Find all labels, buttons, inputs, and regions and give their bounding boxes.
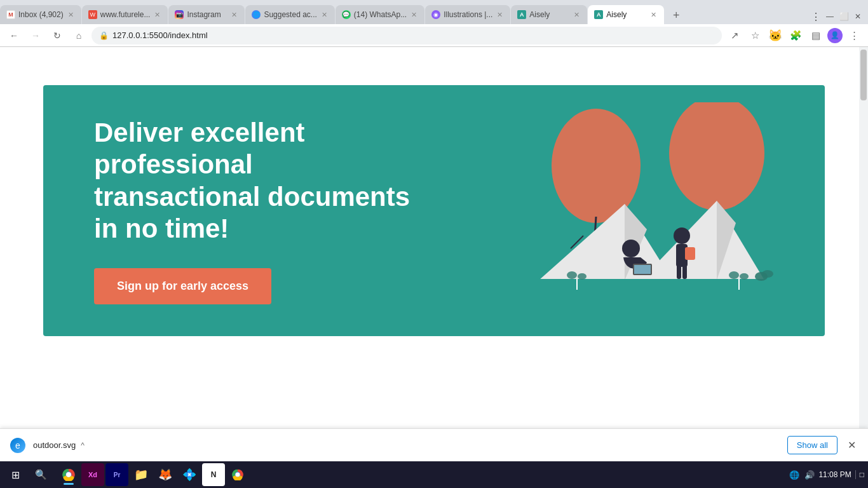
tab-aisely2-label: Aisely [606,10,627,19]
new-tab-button[interactable]: + [667,6,685,24]
download-bar: e outdoor.svg ^ Show all ✕ [0,428,868,461]
instagram-favicon: 📷 [175,10,184,19]
taskbar-search-button[interactable]: 🔍 [29,463,52,486]
taskbar-pinned-apps: Xd Pr 📁 🦊 💠 N [57,463,249,486]
tab-illustrations-close[interactable]: ✕ [496,10,504,20]
svg-point-21 [567,271,577,279]
cta-button[interactable]: Sign up for early access [94,268,271,304]
tab-futurele[interactable]: W www.futurele... ✕ [82,5,168,24]
svg-point-22 [578,273,587,280]
taskbar-chrome2-app[interactable] [226,463,249,486]
whatsapp-favicon: 💬 [342,10,351,19]
tab-instagram-close[interactable]: ✕ [230,10,238,20]
svg-rect-19 [685,247,695,260]
page-content: Deliver excellent professional transacti… [0,47,868,461]
tab-futurele-label: www.futurele... [100,10,151,19]
scroll-thumb[interactable] [860,50,867,100]
taskbar-right: 🌐 🔊 11:08 PM □ [789,470,864,480]
scrollbar[interactable] [859,47,868,428]
svg-marker-9 [641,201,764,280]
tab-whatsapp[interactable]: 💬 (14) WhatsAp... ✕ [336,5,424,24]
tab-gmail-close[interactable]: ✕ [67,10,75,20]
hero-text: Deliver excellent professional transacti… [94,117,424,304]
tab-gmail-label: Inbox (4,902) [18,10,64,19]
tab-aisely2[interactable]: A Aisely ✕ [588,5,664,24]
download-expand-arrow[interactable]: ^ [81,441,85,450]
refresh-button[interactable]: ↻ [48,27,66,44]
taskbar-clock[interactable]: 11:08 PM [818,470,851,479]
suggested-favicon: 🌐 [252,10,261,19]
tab-whatsapp-label: (14) WhatsAp... [354,10,407,19]
tab-illustrations-label: Illustrations |... [444,10,492,19]
taskbar-show-desktop[interactable]: □ [855,470,864,479]
browser-chrome: M Inbox (4,902) ✕ W www.futurele... ✕ 📷 … [0,0,868,47]
taskbar-network-icon: 🌐 [789,470,799,480]
tab-illustrations[interactable]: ◉ Illustrations |... ✕ [425,5,510,24]
taskbar: ⊞ 🔍 Xd Pr 📁 🦊 💠 N 🌐 🔊 11:08 PM □ [0,461,868,488]
profile-fox-icon[interactable]: 🐱 [766,27,784,44]
taskbar-explorer-app[interactable]: 📁 [130,463,153,486]
taskbar-volume-icon: 🔊 [804,470,815,480]
tab-aisely2-close[interactable]: ✕ [649,10,658,20]
back-button[interactable]: ← [5,27,23,44]
hero-title: Deliver excellent professional transacti… [94,117,424,245]
tab-whatsapp-close[interactable]: ✕ [410,10,418,20]
maximize-button[interactable]: ⬜ [837,10,850,23]
svg-point-29 [66,472,71,477]
tab-bar: M Inbox (4,902) ✕ W www.futurele... ✕ 📷 … [0,0,868,24]
svg-rect-14 [634,265,651,274]
taskbar-sys-icons: 🌐 🔊 [789,470,815,480]
taskbar-firefox-app[interactable]: 🦊 [154,463,177,486]
lock-icon: 🔒 [99,31,109,40]
tab-overflow-button[interactable]: ⋮ [810,10,822,23]
taskbar-xd-app[interactable]: Xd [81,463,104,486]
bookmark-button[interactable]: ☆ [746,27,764,44]
aisely1-favicon: A [517,10,526,19]
tab-suggested-label: Suggested ac... [264,10,316,19]
toolbar-right: ↗ ☆ 🐱 🧩 ▤ 👤 ⋮ [726,27,863,44]
forward-button[interactable]: → [27,27,44,44]
share-button[interactable]: ↗ [726,27,743,44]
settings-button[interactable]: ⋮ [845,27,863,44]
taskbar-time-value: 11:08 PM [818,470,851,479]
taskbar-vscode-app[interactable]: 💠 [178,463,201,486]
svg-point-0 [552,109,641,223]
address-bar: ← → ↻ ⌂ 🔒 127.0.0.1:5500/index.html ↗ ☆ … [0,24,868,47]
svg-rect-18 [682,264,687,279]
svg-rect-11 [520,279,787,318]
taskbar-premiere-app[interactable]: Pr [105,463,128,486]
sidebar-button[interactable]: ▤ [807,27,825,44]
home-button[interactable]: ⌂ [70,27,88,44]
svg-point-12 [622,240,640,257]
minimize-button[interactable]: — [824,10,836,23]
illustrations-favicon: ◉ [431,10,440,19]
url-text: 127.0.0.1:5500/index.html [112,30,208,40]
outdoor-illustration [520,102,787,318]
taskbar-chrome-app[interactable] [57,463,80,486]
download-edge-icon-wrap: e [8,435,28,456]
svg-rect-17 [677,264,681,279]
url-bar[interactable]: 🔒 127.0.0.1:5500/index.html [92,27,722,44]
futurele-favicon: W [88,10,97,19]
show-all-button[interactable]: Show all [787,436,837,454]
aisely2-favicon: A [594,10,603,19]
tab-futurele-close[interactable]: ✕ [153,10,161,20]
tab-aisely1[interactable]: A Aisely ✕ [511,5,587,24]
profile-button[interactable]: 👤 [827,28,843,43]
download-edge-icon: e [10,438,25,453]
taskbar-notion-app[interactable]: N [202,463,225,486]
svg-point-4 [669,102,764,210]
tab-suggested[interactable]: 🌐 Suggested ac... ✕ [245,5,334,24]
extensions-button[interactable]: 🧩 [787,27,804,44]
tab-suggested-close[interactable]: ✕ [320,10,329,20]
tab-gmail[interactable]: M Inbox (4,902) ✕ [0,5,81,24]
tab-aisely1-close[interactable]: ✕ [573,10,581,20]
download-bar-close[interactable]: ✕ [843,437,860,454]
hero-illustration [520,85,787,336]
taskbar-windows-button[interactable]: ⊞ [4,463,27,486]
tab-instagram[interactable]: 📷 Instagram ✕ [168,5,245,24]
tab-instagram-label: Instagram [187,10,220,19]
window-controls: ⋮ — ⬜ ✕ [810,10,868,24]
download-filename: outdoor.svg [33,440,76,450]
close-button[interactable]: ✕ [851,10,864,23]
